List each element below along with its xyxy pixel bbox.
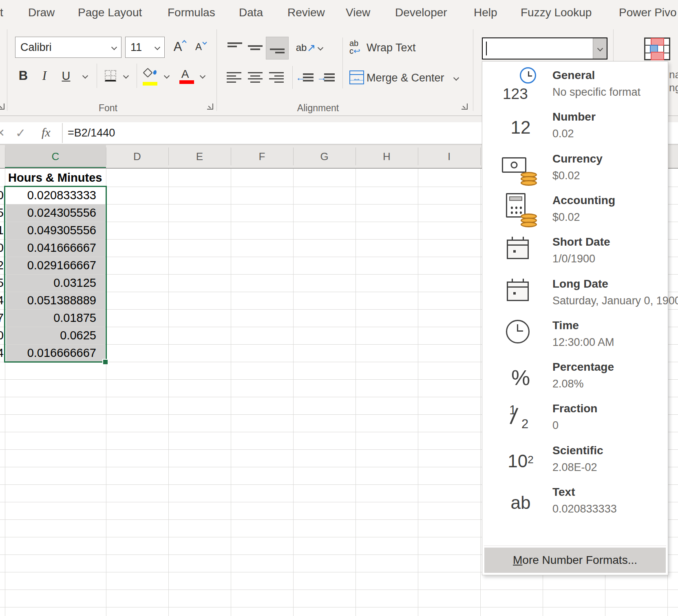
- column-header-D[interactable]: D: [106, 145, 168, 168]
- format-option-title: Short Date: [552, 235, 610, 249]
- increase-indent-icon: →: [318, 71, 335, 84]
- group-divider: [473, 29, 473, 111]
- font-group-label: Font: [80, 102, 137, 114]
- top-align-button[interactable]: [225, 37, 245, 58]
- wrap-text-button[interactable]: abc↩: [349, 37, 365, 59]
- alignment-dialog-launcher-icon[interactable]: [462, 103, 468, 110]
- number-format-dropdown-button[interactable]: [593, 38, 607, 59]
- more-number-formats-button[interactable]: More Number Formats...: [484, 548, 666, 573]
- cell-C1[interactable]: Hours & Minutes: [6, 169, 104, 187]
- top-align-icon: [227, 42, 242, 54]
- group-divider: [216, 29, 217, 111]
- wrap-text-label[interactable]: Wrap Text: [367, 42, 416, 54]
- menu-separator: [484, 546, 666, 546]
- font-color-button[interactable]: A: [174, 64, 196, 85]
- italic-button[interactable]: I: [36, 65, 53, 86]
- column-header-I[interactable]: I: [418, 145, 480, 168]
- gridline: [418, 169, 418, 616]
- decrease-indent-icon: ←: [297, 71, 314, 84]
- merge-center-icon: ↔: [349, 70, 364, 84]
- format-option-long-date[interactable]: Long DateSaturday, January 0, 1900: [482, 274, 668, 315]
- ribbon-tab-formulas[interactable]: Formulas: [168, 0, 215, 25]
- format-option-general[interactable]: 123GeneralNo specific format: [482, 66, 668, 106]
- gridline: [168, 169, 169, 616]
- insert-function-fx-icon[interactable]: fx: [42, 122, 51, 144]
- fill-handle[interactable]: [102, 359, 108, 364]
- orientation-dropdown-chevron[interactable]: [315, 37, 326, 58]
- ribbon-tab-page-layout[interactable]: Page Layout: [78, 0, 142, 25]
- format-option-short-date[interactable]: Short Date1/0/1900: [482, 232, 668, 273]
- increase-font-size-button[interactable]: A: [168, 36, 188, 58]
- ribbon-tab-fuzzy-lookup[interactable]: Fuzzy Lookup: [521, 0, 592, 25]
- ribbon-tab-data[interactable]: Data: [239, 0, 263, 25]
- conditional-formatting-icon[interactable]: [644, 37, 670, 60]
- bottom-align-button-selected[interactable]: [266, 37, 289, 59]
- borders-button[interactable]: [100, 65, 121, 86]
- format-option-accounting[interactable]: Accounting$0.02: [482, 191, 668, 231]
- middle-align-button[interactable]: [245, 37, 265, 58]
- format-option-sample: 2.08%: [552, 378, 584, 390]
- long-date-calendar-icon: [501, 276, 540, 313]
- column-header-separator: [480, 147, 481, 165]
- merge-center-dropdown-chevron[interactable]: [449, 72, 463, 84]
- orientation-button[interactable]: ab↗: [294, 37, 317, 58]
- underline-dropdown-chevron[interactable]: [79, 65, 91, 86]
- format-option-time[interactable]: Time12:30:00 AM: [482, 316, 668, 356]
- font-name-combo[interactable]: Calibri: [15, 37, 121, 58]
- column-header-E[interactable]: E: [168, 145, 231, 168]
- align-left-button[interactable]: [224, 68, 244, 87]
- decrease-font-size-button[interactable]: A: [189, 36, 208, 58]
- format-option-fraction[interactable]: 1/2Fraction0: [482, 399, 668, 440]
- borders-dropdown-chevron[interactable]: [120, 65, 132, 86]
- increase-indent-button[interactable]: →: [316, 68, 337, 87]
- column-header-G[interactable]: G: [293, 145, 356, 168]
- bold-button[interactable]: B: [15, 65, 32, 86]
- format-option-currency[interactable]: Currency$0.02: [482, 149, 668, 190]
- clipboard-dialog-launcher-icon[interactable]: [0, 103, 4, 110]
- ribbon-tab-draw[interactable]: Draw: [28, 0, 55, 25]
- enter-check-icon[interactable]: ✓: [15, 122, 26, 144]
- formula-input[interactable]: =B2/1440: [68, 122, 115, 144]
- format-option-sample: 0: [552, 419, 559, 432]
- format-option-title: Time: [552, 319, 579, 332]
- font-color-dropdown-chevron[interactable]: [197, 65, 209, 86]
- format-option-percentage[interactable]: %Percentage2.08%: [482, 357, 668, 398]
- ribbon-tab-strip: tDrawPage LayoutFormulasDataReviewViewDe…: [0, 0, 678, 25]
- ribbon-tab-developer[interactable]: Developer: [395, 0, 447, 25]
- merge-center-label[interactable]: Merge & Center: [367, 72, 444, 84]
- fill-color-dropdown-chevron[interactable]: [161, 65, 173, 86]
- align-right-button[interactable]: [267, 68, 286, 87]
- format-option-title: Percentage: [552, 361, 614, 374]
- column-header-F[interactable]: F: [231, 145, 293, 168]
- format-option-number[interactable]: 12Number0.02: [482, 107, 668, 148]
- ribbon-tab-review[interactable]: Review: [287, 0, 325, 25]
- align-center-button[interactable]: [245, 68, 265, 87]
- ribbon-tab-view[interactable]: View: [346, 0, 370, 25]
- ribbon-tab-help[interactable]: Help: [474, 0, 497, 25]
- merge-center-button[interactable]: ↔: [349, 68, 365, 87]
- format-option-sample: $0.02: [552, 211, 580, 224]
- font-dialog-launcher-icon[interactable]: [207, 103, 213, 110]
- column-header-C[interactable]: C: [5, 145, 106, 168]
- format-option-text[interactable]: abText0.020833333: [482, 482, 668, 523]
- ribbon-tab-t[interactable]: t: [0, 0, 3, 25]
- chevron-down-icon[interactable]: [107, 45, 121, 49]
- chevron-down-icon[interactable]: [150, 45, 164, 49]
- font-size-value: 11: [126, 41, 150, 54]
- wrap-text-icon: abc↩: [349, 40, 364, 56]
- format-option-sample: 0.020833333: [552, 503, 617, 515]
- format-option-scientific[interactable]: 102Scientific2.08E-02: [482, 441, 668, 482]
- ribbon-tab-power-pivo[interactable]: Power Pivo: [619, 0, 677, 25]
- format-option-title: Accounting: [552, 194, 615, 207]
- column-header-separator: [5, 147, 5, 165]
- number-format-combobox[interactable]: [482, 37, 607, 59]
- number-format-input[interactable]: [483, 38, 593, 59]
- text-caret: [486, 42, 487, 55]
- fill-color-button[interactable]: [139, 64, 161, 85]
- cancel-icon[interactable]: ✕: [0, 122, 5, 144]
- column-header-H[interactable]: H: [356, 145, 418, 168]
- decrease-indent-button[interactable]: ←: [295, 68, 316, 87]
- underline-button[interactable]: U: [57, 65, 75, 86]
- bottom-align-icon: [270, 42, 285, 54]
- font-size-combo[interactable]: 11: [125, 37, 165, 58]
